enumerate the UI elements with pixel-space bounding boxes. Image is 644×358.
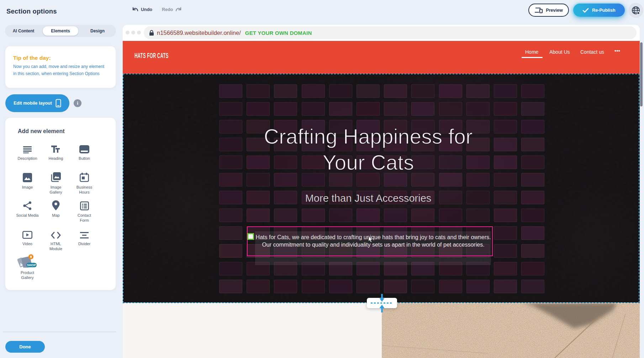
svg-text:SHOP: SHOP	[27, 263, 36, 267]
